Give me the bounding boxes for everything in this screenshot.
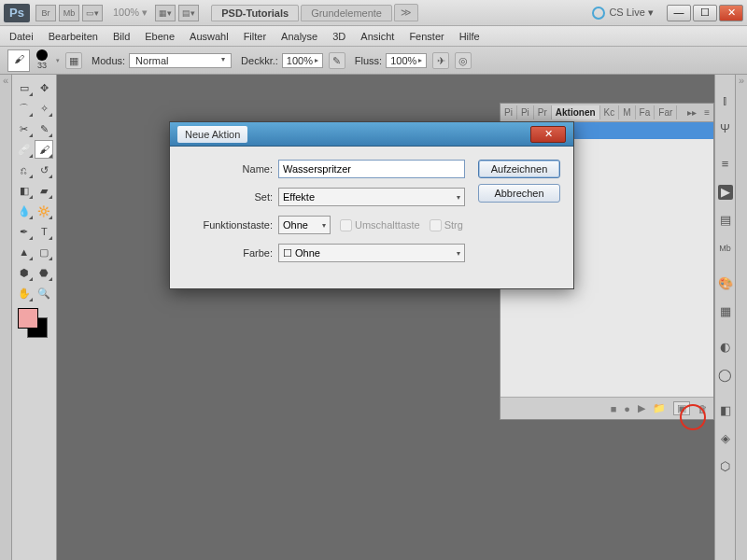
new-action-icon[interactable]: ▣ (673, 401, 690, 415)
panel-tab-1[interactable]: Pi (517, 105, 534, 119)
dock-actions-icon[interactable]: ▶ (718, 185, 733, 200)
photoshop-logo: Ps (4, 4, 30, 22)
lasso-tool[interactable]: ⌒ (15, 99, 34, 118)
bridge-button[interactable]: Br (35, 5, 56, 21)
ctrl-checkbox[interactable]: Strg (430, 219, 463, 231)
dock-text-icon[interactable]: ≡ (718, 157, 733, 172)
opacity-input[interactable]: 100%▸ (282, 53, 323, 68)
options-bar: 🖌 33 ▾ ▦ Modus: Normal▾ Deckkr.: 100%▸ ✎… (0, 47, 747, 75)
stamp-tool[interactable]: ⎌ (15, 161, 34, 179)
3d-camera-tool[interactable]: ⬣ (35, 263, 53, 282)
move-tool[interactable]: ✥ (35, 78, 53, 97)
panel-tab-7[interactable]: Far (655, 105, 677, 119)
panel-tab-aktionen[interactable]: Aktionen (552, 105, 600, 119)
stop-icon[interactable]: ■ (611, 403, 617, 414)
zoom-level[interactable]: 100% ▾ (113, 7, 148, 19)
dock-adjust-icon[interactable]: Ψ (718, 121, 733, 136)
shape-tool[interactable]: ▢ (35, 243, 53, 261)
magic-wand-tool[interactable]: ✧ (35, 99, 53, 118)
brush-tool[interactable]: 🖌 (35, 140, 53, 159)
blend-mode-select[interactable]: Normal▾ (129, 53, 232, 68)
dock-styles-icon[interactable]: ◐ (718, 340, 733, 355)
delete-icon[interactable]: 🗑 (698, 403, 708, 414)
minibridge-button[interactable]: Mb (59, 5, 79, 21)
pen-tool[interactable]: ✒ (15, 222, 34, 241)
dock-library-icon[interactable]: ▤ (718, 213, 733, 228)
dialog-titlebar[interactable]: Neue Aktion ✕ (170, 122, 573, 147)
panel-tab-2[interactable]: Pr (534, 105, 552, 119)
healing-tool[interactable]: 🩹 (15, 140, 34, 159)
marquee-tool[interactable]: ▭ (15, 78, 34, 97)
menu-3d[interactable]: 3D (332, 31, 345, 42)
dock-histogram-icon[interactable]: ⫿ (718, 93, 733, 108)
dock-mb-icon[interactable]: Mb (718, 241, 733, 256)
menu-auswahl[interactable]: Auswahl (190, 31, 229, 42)
color-select[interactable]: ☐ Ohne▾ (278, 244, 465, 262)
menu-ebene[interactable]: Ebene (145, 31, 175, 42)
workspace-more[interactable]: ≫ (394, 4, 418, 21)
arrange-button[interactable]: ▦▾ (155, 5, 176, 21)
gradient-tool[interactable]: ▰ (35, 181, 53, 200)
set-select[interactable]: Effekte▾ (278, 188, 465, 206)
menu-datei[interactable]: Datei (9, 31, 34, 42)
menu-filter[interactable]: Filter (244, 31, 266, 42)
dodge-tool[interactable]: 🔆 (35, 202, 53, 220)
dock-layers-icon[interactable]: ◧ (718, 403, 733, 418)
eyedropper-tool[interactable]: ✎ (35, 119, 53, 138)
path-select-tool[interactable]: ▲ (15, 243, 34, 261)
airbrush-icon[interactable]: ✈ (432, 52, 449, 69)
brush-panel-toggle[interactable]: ▦ (65, 52, 82, 69)
record-button[interactable]: Aufzeichnen (478, 160, 560, 178)
dock-color-icon[interactable]: 🎨 (718, 276, 733, 291)
cancel-button[interactable]: Abbrechen (478, 184, 560, 203)
dialog-close-button[interactable]: ✕ (530, 126, 566, 143)
screen-mode-button[interactable]: ▭▾ (82, 5, 103, 21)
new-set-icon[interactable]: 📁 (653, 402, 666, 414)
panel-tab-4[interactable]: Kc (600, 105, 620, 119)
flow-input[interactable]: 100%▸ (386, 53, 427, 68)
window-maximize[interactable]: ☐ (693, 5, 717, 21)
shift-checkbox[interactable]: Umschalttaste (340, 219, 420, 231)
foreground-color[interactable] (18, 308, 38, 329)
blur-tool[interactable]: 💧 (15, 202, 34, 220)
panel-more-icon[interactable]: ▸▸ (684, 105, 700, 119)
dock-channels-icon[interactable]: ◈ (718, 431, 733, 446)
panel-tab-5[interactable]: M (619, 105, 635, 119)
current-tool-brush[interactable]: 🖌 (7, 49, 30, 72)
panel-tab-0[interactable]: Pi (500, 105, 517, 119)
menu-hilfe[interactable]: Hilfe (459, 31, 480, 42)
color-swatches[interactable] (14, 308, 54, 340)
cslive-icon (592, 7, 605, 20)
brush-preset-picker[interactable]: 33 (30, 49, 54, 73)
hand-tool[interactable]: ✋ (15, 284, 34, 302)
menu-fenster[interactable]: Fenster (409, 31, 444, 42)
record-icon[interactable]: ● (624, 403, 630, 414)
workspace-tab-psdtutorials[interactable]: PSD-Tutorials (211, 5, 299, 21)
dock-mask-icon[interactable]: ◯ (718, 368, 733, 383)
panel-tab-6[interactable]: Fa (636, 105, 655, 119)
menu-analyse[interactable]: Analyse (281, 31, 317, 42)
panel-menu-icon[interactable]: ≡ (700, 105, 713, 119)
menu-ansicht[interactable]: Ansicht (360, 31, 394, 42)
dock-swatches-icon[interactable]: ▦ (718, 304, 733, 319)
menu-bar: Datei Bearbeiten Bild Ebene Auswahl Filt… (0, 26, 747, 47)
menu-bearbeiten[interactable]: Bearbeiten (49, 31, 98, 42)
cslive-menu[interactable]: CS Live ▾ (609, 7, 654, 19)
crop-tool[interactable]: ✂ (15, 119, 34, 138)
window-minimize[interactable]: — (667, 5, 691, 21)
extras-button[interactable]: ▤▾ (178, 5, 199, 21)
dock-paths-icon[interactable]: ⬡ (718, 459, 733, 474)
menu-bild[interactable]: Bild (113, 31, 130, 42)
play-icon[interactable]: ▶ (638, 402, 645, 414)
fkey-select[interactable]: Ohne▾ (278, 216, 331, 234)
history-brush-tool[interactable]: ↺ (35, 161, 53, 179)
opacity-pressure-icon[interactable]: ✎ (329, 52, 345, 69)
name-input[interactable] (278, 160, 465, 178)
zoom-tool[interactable]: 🔍 (35, 284, 53, 302)
eraser-tool[interactable]: ◧ (15, 181, 34, 200)
tablet-pressure-icon[interactable]: ◎ (455, 52, 472, 69)
window-close[interactable]: ✕ (719, 5, 743, 21)
workspace-tab-grundelemente[interactable]: Grundelemente (301, 5, 392, 21)
3d-tool[interactable]: ⬢ (15, 263, 34, 282)
type-tool[interactable]: T (35, 222, 53, 241)
